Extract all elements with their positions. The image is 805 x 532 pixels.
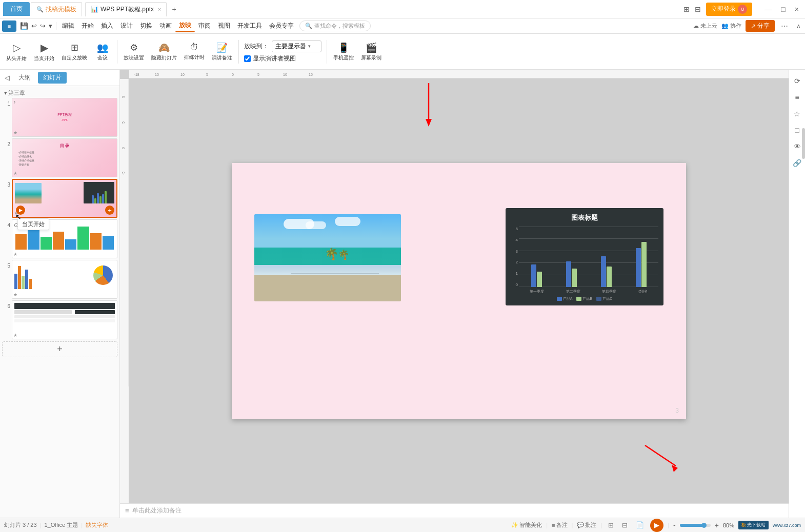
slide-number: 1 (2, 98, 10, 107)
hide-slide-button[interactable]: 🙈 隐藏幻灯片 (148, 37, 180, 67)
reading-view-btn[interactable]: 📄 (634, 520, 646, 530)
slide-star-icon: ★ (13, 292, 17, 297)
tab-add-button[interactable]: + (168, 3, 180, 16)
add-slide-button[interactable]: + (2, 341, 117, 357)
normal-view-btn[interactable]: ⊞ (606, 520, 616, 530)
note-icon: ≡ (552, 522, 555, 528)
slide-item[interactable]: 5 ★ (2, 260, 117, 299)
comment-icon: 💬 (577, 522, 584, 528)
menu-devtools[interactable]: 开发工具 (234, 20, 266, 32)
from-start-button[interactable]: ▷ 从头开始 (3, 37, 30, 67)
cloud-status[interactable]: ☁ 未上云 (693, 22, 717, 30)
meeting-icon: 👥 (97, 42, 108, 53)
slide-number: 2 (2, 138, 10, 147)
menu-edit[interactable]: 编辑 (58, 20, 78, 32)
tab-doc[interactable]: 📊 WPS PPT教程.pptx × (85, 2, 167, 16)
notes-area[interactable]: ≡ 单击此处添加备注 (120, 503, 789, 518)
file-menu-btn[interactable]: ≡ (2, 21, 16, 32)
collab-button[interactable]: 👥 协作 (721, 22, 741, 30)
slide-audio-icon: ♪ (13, 99, 16, 105)
phone-icon: 📱 (338, 42, 349, 53)
quick-more[interactable]: ▾ (47, 21, 54, 31)
quick-save[interactable]: 💾 (18, 21, 30, 31)
slide-item-selected[interactable]: 3 ★ ▶ (2, 179, 117, 218)
menu-view[interactable]: 视图 (214, 20, 234, 32)
window-grid-icon[interactable]: ⊟ (695, 5, 701, 13)
slide-star-icon: ★ (13, 130, 17, 135)
zoom-out-btn[interactable]: - (673, 521, 676, 529)
login-button[interactable]: 立即登录 U (706, 3, 752, 16)
svg-text:9: 9 (122, 96, 125, 98)
menu-vip[interactable]: 会员专享 (266, 20, 297, 32)
menu-search[interactable]: 🔍 查找命令，搜索模板 (299, 21, 371, 31)
window-minimize[interactable]: — (761, 4, 775, 14)
window-close[interactable]: × (792, 4, 802, 14)
tab-outline[interactable]: 大纲 (13, 72, 36, 84)
menu-review[interactable]: 审阅 (195, 20, 214, 32)
annotation-arrow-toolbar (413, 83, 444, 136)
sidebar-favorite-icon[interactable]: ☆ (790, 107, 804, 121)
tab-home[interactable]: 首页 (3, 2, 30, 16)
window-maximize[interactable]: □ (778, 4, 788, 14)
sidebar-list-icon[interactable]: ≡ (790, 90, 804, 105)
legend-c: 产品C (602, 296, 612, 301)
quick-undo[interactable]: ↩ (30, 21, 38, 31)
window-layout-icon[interactable]: ⊞ (683, 5, 690, 13)
annotation-btn[interactable]: ≡ 备注 (552, 521, 567, 529)
collapse-ribbon[interactable]: ∧ (794, 22, 803, 31)
ruler-horizontal: ·18 15 10 5 0 5 10 15 (129, 70, 789, 78)
menu-transition[interactable]: 切换 (136, 20, 156, 32)
beach-photo: 🌴 🌴 (254, 214, 401, 301)
panel-collapse[interactable]: ◁ (3, 73, 11, 83)
slide-item[interactable]: 1 PPT教程-PPT- ★ ♪ (2, 98, 117, 137)
slide-add-button[interactable]: + (105, 206, 114, 215)
slide-star-icon: ★ (13, 252, 17, 257)
zoom-bar[interactable] (680, 524, 711, 527)
doc-tab-close[interactable]: × (158, 6, 161, 12)
menu-design[interactable]: 设计 (117, 20, 136, 32)
play-settings-icon: ⚙ (130, 42, 138, 53)
phone-label: 手机遥控 (333, 54, 354, 62)
cloud-label: 未上云 (700, 22, 717, 30)
quick-redo[interactable]: ↪ (38, 21, 47, 31)
cursor-indicator: ↖ (15, 213, 22, 221)
share-button[interactable]: ↗ 分享 (746, 20, 775, 32)
from-current-label: 当页开始 (34, 55, 54, 62)
svg-marker-17 (672, 465, 678, 472)
play-from-current-statusbar[interactable]: ▶ (650, 519, 663, 532)
slide-page-number: 3 (675, 407, 679, 414)
phone-control-button[interactable]: 📱 手机遥控 (330, 37, 357, 67)
play-settings-label: 放映设置 (124, 54, 144, 62)
menu-start[interactable]: 开始 (78, 20, 97, 32)
missing-font[interactable]: 缺失字体 (86, 521, 108, 529)
chart-box: 图表标题 5 4 3 2 1 0 (506, 208, 663, 305)
show-presenter-checkbox[interactable] (244, 55, 251, 62)
collab-label: 协作 (730, 22, 741, 30)
comment-btn[interactable]: 💬 批注 (577, 521, 596, 529)
menu-insert[interactable]: 插入 (97, 20, 117, 32)
playto-select[interactable]: 主要显示器 ▾ (272, 40, 321, 52)
tab-slides[interactable]: 幻灯片 (38, 72, 67, 84)
beautify-button[interactable]: ✨ 智能美化 (511, 521, 542, 529)
grid-view-btn[interactable]: ⊟ (620, 520, 630, 530)
zoom-in-btn[interactable]: + (715, 521, 719, 529)
play-settings-button[interactable]: ⚙ 放映设置 (120, 37, 147, 67)
slide-item[interactable]: 6 ★ (2, 300, 117, 339)
tab-template[interactable]: 🔍 找稿壳模板 (31, 2, 82, 16)
collab-icon: 👥 (721, 23, 729, 29)
timing-button[interactable]: ⏱ 排练计时 (181, 37, 208, 67)
share-label: 分享 (757, 22, 770, 30)
from-current-button[interactable]: ▶ 当页开始 (31, 37, 57, 67)
screen-record-button[interactable]: 🎬 屏幕录制 (358, 37, 385, 67)
tab-template-label: 找稿壳模板 (46, 5, 76, 14)
meeting-button[interactable]: 👥 会议 (91, 37, 114, 67)
more-options[interactable]: ⋯ (779, 21, 790, 31)
prep-notes-button[interactable]: 📝 演讲备注 (209, 37, 235, 67)
custom-show-button[interactable]: ⊞ 自定义放映 (58, 37, 90, 67)
notes-icon: ≡ (125, 507, 129, 515)
slide-number: 4 (2, 219, 10, 228)
menu-playback[interactable]: 放映 (175, 19, 195, 32)
menu-animation[interactable]: 动画 (156, 20, 175, 32)
sidebar-refresh-icon[interactable]: ⟳ (790, 74, 804, 88)
slide-item[interactable]: 2 目 录 ·介绍基本信息·介绍品牌化·详细介绍信息·营销方案 ★ (2, 138, 117, 177)
